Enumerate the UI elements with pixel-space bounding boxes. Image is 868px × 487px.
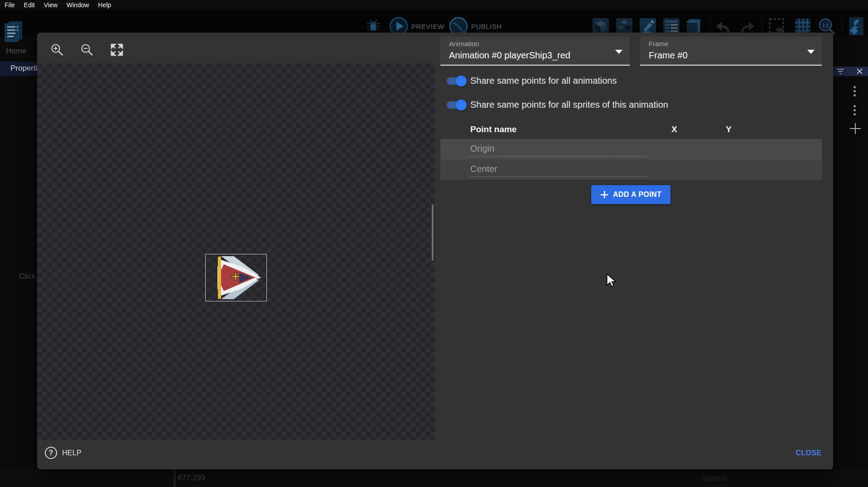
mouse-cursor <box>606 273 616 287</box>
frame-select[interactable]: Frame Frame #0 <box>640 37 822 66</box>
point-name-underline <box>470 156 647 157</box>
player-ship-sprite[interactable] <box>206 254 266 301</box>
point-name-field: Center <box>470 164 497 174</box>
add-point-button[interactable]: ADD A POINT <box>591 185 670 204</box>
help-button[interactable]: ? HELP <box>45 447 82 459</box>
more-options-icon[interactable] <box>854 103 856 117</box>
sprite-canvas[interactable] <box>37 63 435 440</box>
menu-window[interactable]: Window <box>67 1 89 9</box>
cursor-coordinates: 677;299 <box>178 473 205 482</box>
fit-to-screen-icon[interactable] <box>110 43 124 57</box>
menu-bar: File Edit View Window Help <box>0 0 868 10</box>
publish-label[interactable]: PUBLISH <box>471 23 502 30</box>
table-row-origin[interactable]: Origin 49 37.5 <box>440 139 822 159</box>
share-points-all-animations-label: Share same points for all animations <box>470 76 617 86</box>
sprite-frame-border <box>205 254 267 301</box>
tools-wrench-icon[interactable] <box>846 16 865 38</box>
properties-panel-header <box>833 67 868 76</box>
close-button[interactable]: CLOSE <box>793 449 825 457</box>
point-name-field: Origin <box>470 143 494 154</box>
more-options-icon[interactable] <box>854 84 856 98</box>
canvas-vertical-scrollbar[interactable] <box>432 205 434 261</box>
add-property-icon[interactable] <box>850 123 861 134</box>
menu-file[interactable]: File <box>5 1 15 9</box>
animation-select-value: Animation #0 playerShip3_red <box>449 50 570 61</box>
help-icon: ? <box>45 447 57 459</box>
menu-help[interactable]: Help <box>98 1 111 9</box>
project-manager-icon[interactable] <box>4 21 23 44</box>
share-points-all-animations-toggle[interactable] <box>446 76 466 86</box>
zoom-ratio-text: 1:1 <box>822 23 829 28</box>
point-name-underline <box>470 177 647 177</box>
frame-select-label: Frame <box>649 40 668 48</box>
menu-view[interactable]: View <box>44 1 58 9</box>
menu-edit[interactable]: Edit <box>24 1 35 9</box>
app-window: File Edit View Window Help P <box>0 0 868 487</box>
zoom-in-icon[interactable] <box>50 43 64 57</box>
tab-properties[interactable]: Properties <box>0 62 37 76</box>
plus-icon <box>600 191 608 199</box>
tab-home[interactable]: Home <box>6 47 26 56</box>
column-header-y: Y <box>726 124 732 134</box>
share-points-all-sprites-toggle[interactable] <box>446 100 466 110</box>
canvas-toolbar <box>37 33 435 63</box>
preview-label[interactable]: PREVIEW <box>411 23 444 30</box>
search-input[interactable] <box>701 471 846 485</box>
statusbar-divider <box>174 469 176 487</box>
zoom-out-icon[interactable] <box>80 43 94 57</box>
column-header-x: X <box>671 124 677 134</box>
status-bar: 677;299 <box>0 469 868 487</box>
edit-points-dialog: Animation Animation #0 playerShip3_red F… <box>37 33 833 469</box>
canvas-hint-text: Click <box>19 272 37 281</box>
chevron-down-icon <box>615 50 622 54</box>
share-points-all-sprites-label: Share same points for all sprites of thi… <box>470 100 668 110</box>
chevron-down-icon <box>807 50 815 54</box>
table-row-center[interactable]: Center (auto) (auto) <box>440 159 822 180</box>
filter-icon[interactable] <box>836 68 844 75</box>
animation-select-label: Animation <box>449 40 479 48</box>
frame-select-value: Frame #0 <box>649 50 688 61</box>
column-header-point-name: Point name <box>470 124 516 134</box>
close-panel-icon[interactable] <box>857 68 863 74</box>
animation-select[interactable]: Animation Animation #0 playerShip3_red <box>440 37 630 66</box>
